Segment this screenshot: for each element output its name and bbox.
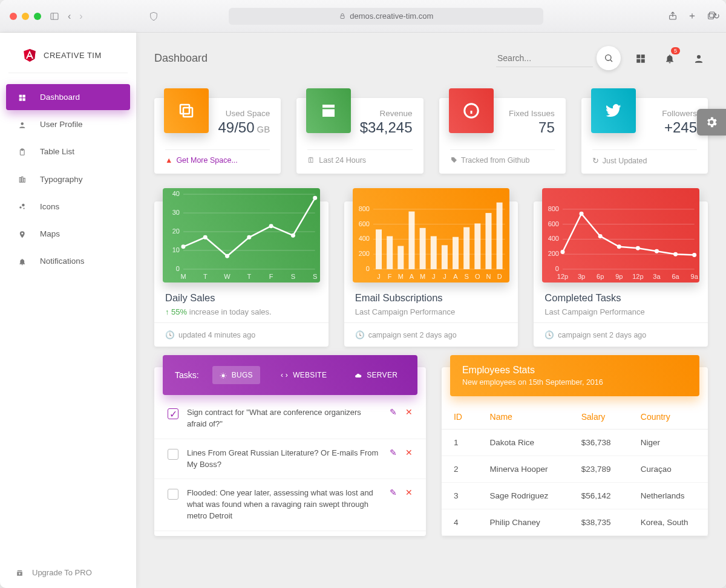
chart-title: Completed Tasks <box>544 292 697 304</box>
svg-text:F: F <box>269 273 273 280</box>
stat-unit: GB <box>257 124 270 134</box>
nav-forward-icon[interactable]: › <box>79 11 82 22</box>
sidebar-item-icons[interactable]: Icons <box>6 194 130 220</box>
sidebar-toggle-icon[interactable] <box>50 11 59 22</box>
edit-icon[interactable]: ✎ <box>390 407 397 417</box>
sidebar-item-label: Table List <box>40 147 74 156</box>
window-close-dot[interactable] <box>10 13 17 20</box>
employees-header: Employees Stats New employees on 15th Se… <box>450 355 699 396</box>
svg-text:3p: 3p <box>578 273 585 280</box>
svg-marker-7 <box>30 49 36 62</box>
svg-rect-84 <box>430 236 436 269</box>
page-title: Dashboard <box>154 52 208 65</box>
svg-rect-16 <box>22 177 23 183</box>
sidebar-item-maps[interactable]: Maps <box>6 221 130 247</box>
sidebar-item-user-profile[interactable]: User Profile <box>6 111 130 137</box>
cell-salary: $36,738 <box>569 430 629 456</box>
svg-text:0: 0 <box>176 265 180 272</box>
svg-rect-28 <box>183 108 192 117</box>
edit-icon[interactable]: ✎ <box>390 448 397 457</box>
stat-footer: Last 24 Hours <box>319 156 366 165</box>
reload-icon[interactable]: ↻ <box>713 11 726 21</box>
svg-point-55 <box>291 234 295 238</box>
search-button[interactable] <box>597 46 621 70</box>
tasks-header: Tasks: BUGS ‹ › WEBSITE SER <box>163 355 417 395</box>
sidebar: CREATIVE TIM Dashboard User Profile Tabl… <box>0 33 136 588</box>
svg-point-56 <box>313 196 317 200</box>
employees-table: ID Name Salary Country 1 Dakota Rice $36… <box>442 405 708 536</box>
address-bar[interactable]: demos.creative-tim.com ↻ <box>229 8 543 25</box>
task-checkbox[interactable] <box>168 449 178 460</box>
task-checkbox[interactable] <box>168 489 178 500</box>
address-text: demos.creative-tim.com <box>350 11 433 21</box>
sidebar-item-label: Typography <box>40 175 83 184</box>
window-min-dot[interactable] <box>22 13 29 20</box>
cell-country: Netherlands <box>629 483 708 509</box>
gear-icon <box>705 116 718 129</box>
shield-icon[interactable] <box>149 11 159 22</box>
task-row: ✓ Sign contract for "What are conference… <box>154 399 426 439</box>
svg-text:T: T <box>247 273 251 280</box>
upgrade-link[interactable]: Upgrade To PRO <box>0 557 136 588</box>
stat-card-followers: Followers +245 ↻ Just Updated <box>581 98 708 174</box>
delete-icon[interactable]: ✕ <box>405 448 413 457</box>
warning-icon: ▲ <box>165 156 172 165</box>
svg-text:600: 600 <box>548 220 559 227</box>
nav-back-icon[interactable]: ‹ <box>68 11 71 22</box>
tab-server[interactable]: SERVER <box>347 366 405 384</box>
window-max-dot[interactable] <box>34 13 41 20</box>
tab-bugs[interactable]: BUGS <box>212 366 260 384</box>
svg-text:400: 400 <box>358 235 369 242</box>
svg-point-12 <box>21 122 24 125</box>
svg-line-22 <box>610 60 612 62</box>
sidebar-item-label: Dashboard <box>40 93 80 102</box>
svg-rect-89 <box>485 213 491 269</box>
chart-footer: campaign sent 2 days ago <box>368 331 457 339</box>
svg-rect-29 <box>180 105 189 114</box>
svg-text:T: T <box>203 273 208 280</box>
svg-point-27 <box>697 55 701 59</box>
tab-website[interactable]: ‹ › WEBSITE <box>273 366 334 384</box>
cell-name: Dakota Rice <box>478 430 569 456</box>
cloud-icon <box>355 371 362 379</box>
svg-point-21 <box>606 55 611 60</box>
chart-card-daily-sales: 010203040MTWTFSS Daily Sales ↑ 55% incre… <box>154 201 329 347</box>
sidebar-item-table-list[interactable]: Table List <box>6 139 130 165</box>
task-checkbox[interactable]: ✓ <box>168 408 178 419</box>
notifications-button[interactable]: 5 <box>661 48 679 68</box>
sidebar-item-label: User Profile <box>40 120 83 129</box>
svg-rect-86 <box>453 237 459 269</box>
edit-icon[interactable]: ✎ <box>390 488 397 497</box>
new-tab-icon[interactable]: ＋ <box>687 10 697 22</box>
settings-button[interactable] <box>697 109 726 136</box>
brand[interactable]: CREATIVE TIM <box>8 47 128 73</box>
svg-rect-17 <box>24 178 25 183</box>
cell-country: Curaçao <box>629 456 708 483</box>
svg-rect-8 <box>19 94 22 97</box>
brand-name: CREATIVE TIM <box>44 51 102 60</box>
table-row: 3 Sage Rodriguez $56,142 Netherlands <box>442 483 708 509</box>
svg-text:12p: 12p <box>633 273 644 280</box>
search-input[interactable] <box>496 50 593 67</box>
clipboard-icon <box>16 147 29 156</box>
delete-icon[interactable]: ✕ <box>405 407 413 417</box>
sidebar-item-notifications[interactable]: Notifications <box>6 248 130 274</box>
chart-daily-sales: 010203040MTWTFSS <box>163 188 320 283</box>
stat-footer-link[interactable]: Get More Space... <box>176 156 237 165</box>
svg-text:A: A <box>409 273 414 280</box>
account-icon[interactable] <box>690 48 708 68</box>
calendar-icon: 🗓 <box>307 156 315 165</box>
task-text: Sign contract for "What are conference o… <box>187 407 381 430</box>
chart-card-completed-tasks: 020040060080012p3p6p9p12p3a6a9a Complete… <box>534 201 708 347</box>
sidebar-item-dashboard[interactable]: Dashboard <box>6 84 130 110</box>
svg-text:J: J <box>377 273 380 280</box>
dashboard-grid-icon[interactable] <box>632 48 650 68</box>
sidebar-item-typography[interactable]: Typography <box>6 166 130 192</box>
share-icon[interactable] <box>668 10 678 22</box>
copy-icon <box>164 88 209 133</box>
svg-rect-5 <box>708 13 714 19</box>
browser-chrome: ‹ › demos.creative-tim.com ↻ ＋ <box>0 0 726 33</box>
chart-subtitle: Last Campaign Performance <box>355 307 508 316</box>
delete-icon[interactable]: ✕ <box>405 488 413 497</box>
task-row: Lines From Great Russian Literature? Or … <box>154 439 426 480</box>
